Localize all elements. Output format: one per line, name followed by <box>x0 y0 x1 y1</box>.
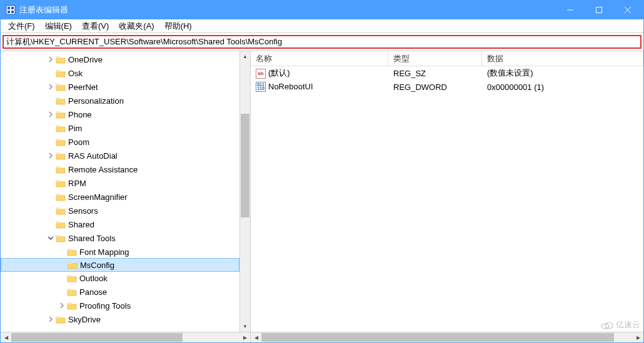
folder-icon <box>56 55 66 64</box>
tree-item[interactable]: Font Mapping <box>1 245 239 259</box>
chevron-right-icon[interactable] <box>46 151 56 161</box>
tree-item-label: SkyDrive <box>68 315 101 324</box>
tree-item-label: Osk <box>68 69 83 78</box>
scroll-thumb[interactable] <box>11 333 183 342</box>
menu-file[interactable]: 文件(F) <box>3 19 40 33</box>
value-row[interactable]: 011110NoRebootUIREG_DWORD0x00000001 (1) <box>251 80 643 94</box>
values-pane: 名称 类型 数据 ab(默认)REG_SZ(数值未设置)011110NoRebo… <box>251 51 643 342</box>
tree-item[interactable]: Remote Assistance <box>1 162 239 176</box>
content: OneDriveOskPeerNetPersonalizationPhonePi… <box>1 51 643 342</box>
folder-icon <box>56 96 66 105</box>
tree-item[interactable]: Shared <box>1 217 239 231</box>
tree-item[interactable]: RAS AutoDial <box>1 149 239 162</box>
tree-item-label: Pim <box>68 124 82 133</box>
folder-icon <box>56 192 66 201</box>
chevron-down-icon[interactable] <box>46 233 56 243</box>
regedit-icon <box>6 5 16 15</box>
tree-item[interactable]: Personalization <box>1 94 239 107</box>
tree-item[interactable]: MsConfig <box>1 258 239 272</box>
column-header-data[interactable]: 数据 <box>482 51 643 66</box>
tree-item-label: Font Mapping <box>79 247 129 257</box>
menu-help[interactable]: 帮助(H) <box>159 19 197 33</box>
menu-edit[interactable]: 编辑(E) <box>40 19 77 33</box>
addressbar[interactable]: 计算机\HKEY_CURRENT_USER\Software\Microsoft… <box>3 35 641 49</box>
scroll-down-arrow-icon[interactable]: ▼ <box>240 321 250 332</box>
tree-item[interactable]: Panose <box>1 285 239 299</box>
value-name: NoRebootUI <box>268 82 313 91</box>
folder-icon <box>67 247 77 256</box>
folder-icon <box>56 165 66 174</box>
tree-item[interactable]: Sensors <box>1 204 239 217</box>
scroll-thumb[interactable] <box>261 333 614 342</box>
folder-icon <box>56 206 66 215</box>
folder-icon <box>56 151 66 160</box>
scroll-up-arrow-icon[interactable]: ▲ <box>240 51 250 62</box>
scroll-track[interactable] <box>261 332 633 342</box>
tree-item[interactable]: SkyDrive <box>1 312 239 326</box>
window-title: 注册表编辑器 <box>19 4 556 16</box>
chevron-right-icon[interactable] <box>46 109 56 119</box>
scroll-left-arrow-icon[interactable]: ◀ <box>1 332 11 342</box>
tree-item-label: Remote Assistance <box>68 165 138 174</box>
tree-item[interactable]: Outlook <box>1 271 239 285</box>
tree-vertical-scrollbar[interactable]: ▲ ▼ <box>239 51 250 332</box>
chevron-right-icon[interactable] <box>57 301 67 311</box>
tree-item[interactable]: PeerNet <box>1 80 239 94</box>
menu-favorites[interactable]: 收藏夹(A) <box>114 19 159 33</box>
svg-rect-6 <box>596 7 602 13</box>
tree-item[interactable]: ScreenMagnifier <box>1 190 239 204</box>
column-header-type[interactable]: 类型 <box>388 51 482 66</box>
tree-item-label: RAS AutoDial <box>68 151 118 161</box>
svg-rect-4 <box>11 11 14 13</box>
value-row[interactable]: ab(默认)REG_SZ(数值未设置) <box>251 66 643 80</box>
svg-rect-3 <box>8 11 10 13</box>
folder-icon <box>56 69 66 77</box>
value-type: REG_DWORD <box>388 82 482 92</box>
string-value-icon: ab <box>256 69 266 79</box>
menubar: 文件(F) 编辑(E) 查看(V) 收藏夹(A) 帮助(H) <box>1 19 643 33</box>
scroll-track[interactable] <box>11 332 239 342</box>
folder-icon <box>56 220 66 229</box>
scroll-track[interactable] <box>240 62 250 321</box>
minimize-button[interactable] <box>556 1 585 19</box>
folder-icon <box>67 301 77 310</box>
registry-tree[interactable]: OneDriveOskPeerNetPersonalizationPhonePi… <box>1 51 239 327</box>
tree-item[interactable]: Phone <box>1 107 239 121</box>
value-data: 0x00000001 (1) <box>482 82 643 92</box>
tree-pane: OneDriveOskPeerNetPersonalizationPhonePi… <box>1 51 251 342</box>
tree-item-label: OneDrive <box>68 55 103 64</box>
scroll-left-arrow-icon[interactable]: ◀ <box>251 332 261 342</box>
tree-item[interactable]: Osk <box>1 66 239 80</box>
tree-item[interactable]: Pim <box>1 121 239 135</box>
close-button[interactable] <box>613 1 642 19</box>
tree-item[interactable]: Proofing Tools <box>1 299 239 312</box>
tree-item-label: Poom <box>68 137 89 147</box>
chevron-right-icon[interactable] <box>46 82 56 92</box>
chevron-right-icon[interactable] <box>46 314 56 324</box>
svg-rect-1 <box>8 7 10 9</box>
menu-view[interactable]: 查看(V) <box>77 19 114 33</box>
folder-icon <box>67 274 77 282</box>
tree-item[interactable]: Shared Tools <box>1 231 239 245</box>
folder-icon <box>56 234 66 242</box>
tree-item[interactable]: OneDrive <box>1 52 239 66</box>
scroll-right-arrow-icon[interactable]: ▶ <box>239 332 250 342</box>
folder-icon <box>68 261 78 269</box>
tree-item-label: Outlook <box>79 274 108 283</box>
tree-horizontal-scrollbar[interactable]: ◀ ▶ <box>1 332 250 342</box>
scroll-right-arrow-icon[interactable]: ▶ <box>633 332 643 342</box>
folder-icon <box>56 110 66 119</box>
tree-item[interactable]: Poom <box>1 135 239 149</box>
folder-icon <box>67 287 77 296</box>
maximize-button[interactable] <box>585 1 613 19</box>
tree-item-label: Phone <box>68 110 92 119</box>
scroll-thumb[interactable] <box>241 114 249 217</box>
values-list[interactable]: ab(默认)REG_SZ(数值未设置)011110NoRebootUIREG_D… <box>251 66 643 332</box>
values-horizontal-scrollbar[interactable]: ◀ ▶ <box>251 332 643 342</box>
column-header-name[interactable]: 名称 <box>251 51 388 66</box>
tree-item[interactable]: RPM <box>1 176 239 190</box>
value-name: (默认) <box>268 68 290 77</box>
tree-item-label: Proofing Tools <box>79 301 131 311</box>
chevron-right-icon[interactable] <box>46 54 56 64</box>
tree-item-label: PeerNet <box>68 82 98 92</box>
